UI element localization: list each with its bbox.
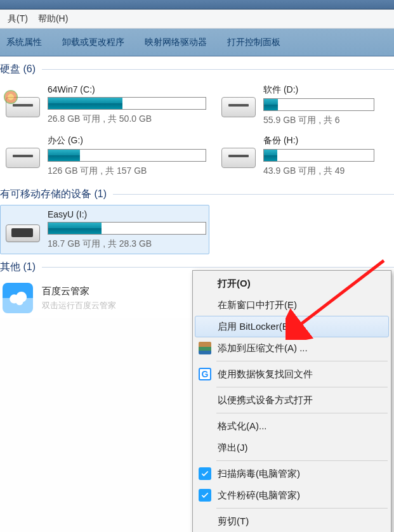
svg-point-2 bbox=[16, 298, 23, 305]
ctx-portable-open[interactable]: 以便携式设备方式打开 bbox=[195, 389, 389, 411]
removable-section-header[interactable]: 有可移动存储的设备 (1) bbox=[0, 181, 394, 205]
drive-label: 64Win7 (C:) bbox=[48, 84, 210, 94]
drive-label: 办公 (G:) bbox=[48, 135, 210, 146]
divider bbox=[42, 267, 394, 268]
drive-d[interactable]: 软件 (D:) 55.9 GB 可用 , 共 6 bbox=[216, 80, 387, 131]
hdd-section-header[interactable]: 硬盘 (6) bbox=[0, 56, 394, 80]
dim-overlay bbox=[0, 298, 193, 532]
separator bbox=[216, 361, 388, 361]
ctx-eject[interactable]: 弹出(J) bbox=[195, 437, 389, 458]
drive-stats: 126 GB 可用 , 共 157 GB bbox=[48, 165, 210, 177]
drive-label: 软件 (D:) bbox=[263, 84, 381, 96]
hdd-icon bbox=[221, 92, 256, 117]
usage-bar bbox=[48, 149, 206, 162]
drive-stats: 43.9 GB 可用 , 共 49 bbox=[263, 165, 381, 177]
ctx-enable-bitlocker[interactable]: 启用 BitLocker(B)... bbox=[195, 316, 389, 337]
ctx-add-archive[interactable]: 添加到压缩文件(A) ... bbox=[195, 337, 389, 359]
drive-label: EasyU (I:) bbox=[48, 209, 206, 219]
archive-icon bbox=[199, 342, 211, 354]
ctx-scan-virus[interactable]: 扫描病毒(电脑管家) bbox=[195, 463, 389, 484]
hdd-icon bbox=[221, 143, 256, 168]
divider bbox=[42, 69, 394, 70]
removable-section-label: 有可移动存储的设备 (1) bbox=[0, 188, 107, 201]
ctx-cut[interactable]: 剪切(T) bbox=[195, 510, 389, 532]
map-drive-link[interactable]: 映射网络驱动器 bbox=[145, 37, 207, 48]
drive-g[interactable]: 办公 (G:) 126 GB 可用 , 共 157 GB bbox=[0, 131, 216, 181]
uninstall-link[interactable]: 卸载或更改程序 bbox=[62, 37, 124, 48]
usage-bar bbox=[263, 98, 374, 111]
usb-drive-icon bbox=[6, 217, 40, 242]
shield-icon bbox=[199, 467, 211, 480]
baidu-cloud-sub: 双击运行百度云管家 bbox=[42, 300, 116, 311]
divider bbox=[113, 194, 394, 195]
separator bbox=[216, 387, 388, 387]
baidu-cloud-title: 百度云管家 bbox=[42, 285, 116, 297]
separator bbox=[216, 413, 388, 413]
drive-stats: 26.8 GB 可用 , 共 50.0 GB bbox=[48, 114, 210, 125]
ctx-shred[interactable]: 文件粉碎(电脑管家) bbox=[195, 484, 389, 506]
cloud-icon bbox=[3, 283, 33, 313]
separator bbox=[216, 508, 388, 509]
other-section-label: 其他 (1) bbox=[0, 261, 36, 274]
ctx-data-recovery[interactable]: G 使用数据恢复找回文件 bbox=[195, 363, 389, 385]
drive-label: 备份 (H:) bbox=[263, 135, 381, 146]
control-panel-link[interactable]: 打开控制面板 bbox=[227, 37, 280, 48]
system-properties-link[interactable]: 系统属性 bbox=[6, 37, 42, 48]
context-menu: 打开(O) 在新窗口中打开(E) 启用 BitLocker(B)... 添加到压… bbox=[192, 270, 391, 532]
ctx-open-new-window[interactable]: 在新窗口中打开(E) bbox=[195, 294, 389, 316]
drive-stats: 55.9 GB 可用 , 共 6 bbox=[263, 115, 381, 126]
usage-bar bbox=[48, 222, 206, 235]
toolbar: 系统属性 卸载或更改程序 映射网络驱动器 打开控制面板 bbox=[0, 29, 394, 56]
drive-c[interactable]: 64Win7 (C:) 26.8 GB 可用 , 共 50.0 GB bbox=[0, 80, 216, 131]
ctx-open[interactable]: 打开(O) bbox=[195, 273, 389, 294]
hdd-icon bbox=[6, 143, 40, 168]
menu-help[interactable]: 帮助(H) bbox=[33, 11, 73, 27]
menu-tools[interactable]: 具(T) bbox=[3, 11, 33, 27]
menubar: 具(T) 帮助(H) bbox=[0, 10, 394, 29]
usage-bar bbox=[263, 149, 374, 162]
usage-bar bbox=[48, 97, 206, 110]
hdd-icon bbox=[6, 92, 40, 117]
separator bbox=[216, 460, 388, 461]
hdd-section-label: 硬盘 (6) bbox=[0, 63, 36, 76]
drive-h[interactable]: 备份 (H:) 43.9 GB 可用 , 共 49 bbox=[216, 131, 387, 181]
window-titlebar bbox=[0, 0, 394, 10]
shield-icon bbox=[199, 489, 211, 502]
ctx-format[interactable]: 格式化(A)... bbox=[195, 415, 389, 437]
drive-i[interactable]: EasyU (I:) 18.7 GB 可用 , 共 28.3 GB bbox=[0, 205, 209, 254]
drive-stats: 18.7 GB 可用 , 共 28.3 GB bbox=[48, 238, 206, 250]
recovery-icon: G bbox=[199, 368, 211, 380]
